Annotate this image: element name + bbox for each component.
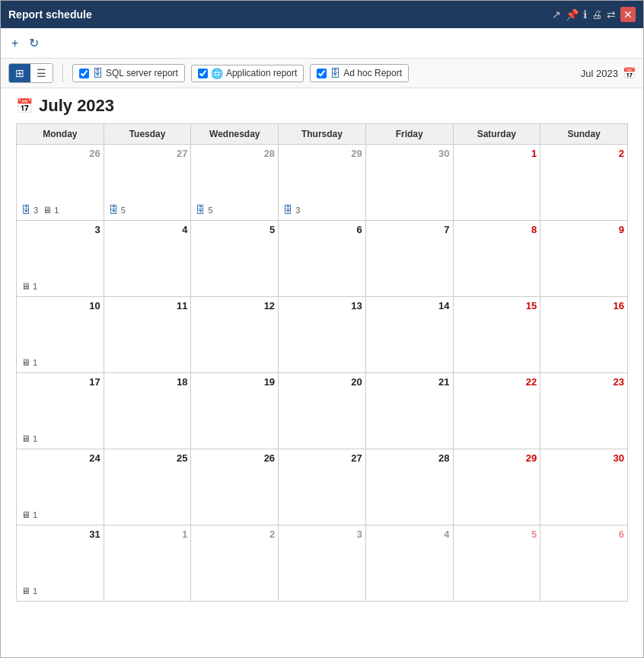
calendar-cell[interactable]: 18 [104,373,191,449]
app-report-icon: 🖥 1 [21,433,37,444]
db-report-icon: 🗄 3 [21,204,38,216]
weekday-header: Thursday [279,124,366,145]
day-number: 6 [544,529,624,540]
settings-icon[interactable]: ⇄ [607,8,616,21]
db-report-icon: 🗄 5 [196,204,212,216]
weekday-header: Tuesday [104,124,191,145]
calendar-cell[interactable]: 6 [540,525,628,602]
calendar-cell[interactable]: 4 [104,221,191,297]
calendar-cell[interactable]: 11 [104,297,191,373]
day-number: 12 [194,300,275,311]
weekday-header: Friday [365,124,453,145]
calendar-cell[interactable]: 12 [191,297,279,373]
day-number: 31 [20,529,100,540]
calendar-cell[interactable]: 27🗄 5 [104,145,191,221]
calendar-nav-icon[interactable]: 📅 [623,67,636,79]
sql-server-checkbox[interactable] [79,69,89,78]
day-number: 20 [282,376,362,388]
day-number: 29 [282,148,362,159]
calendar-cell[interactable]: 1 [104,525,191,602]
day-number: 1 [457,148,537,159]
calendar-cell[interactable]: 24🖥 1 [17,449,104,525]
calendar-cell[interactable]: 5 [191,221,279,297]
day-number: 3 [282,529,362,540]
calendar-cell[interactable]: 9 [540,221,628,297]
calendar-cell[interactable]: 16 [540,297,628,373]
calendar-cell[interactable]: 20 [279,373,366,449]
adhoc-checkbox[interactable] [317,69,327,78]
calendar-cell[interactable]: 31🖥 1 [17,525,104,602]
day-icons: 🖥 1 [21,357,37,368]
sql-server-filter[interactable]: 🗄 SQL server report [72,64,185,82]
pin-icon[interactable]: 📌 [566,8,579,21]
day-number: 7 [369,224,450,235]
calendar-cell[interactable]: 25 [104,449,191,525]
application-checkbox[interactable] [198,69,208,78]
list-view-button[interactable]: ☰ [30,64,53,82]
app-report-icon: 🖥 1 [21,586,37,596]
calendar-cell[interactable]: 30 [365,145,453,221]
calendar-cell[interactable]: 28🗄 5 [191,145,279,221]
calendar-cell[interactable]: 28 [365,449,453,525]
day-number: 27 [282,452,362,464]
calendar-cell[interactable]: 26 [191,449,279,525]
sql-server-label: SQL server report [106,68,178,78]
calendar-cell[interactable]: 2 [191,525,279,602]
calendar-cell[interactable]: 27 [279,449,366,525]
calendar-cell[interactable]: 13 [279,297,366,373]
month-calendar-icon: 📅 [16,97,33,114]
calendar-cell[interactable]: 14 [365,297,453,373]
day-number: 16 [544,300,624,311]
calendar-cell[interactable]: 8 [453,221,540,297]
calendar-cell[interactable]: 3 [279,525,366,602]
view-toggle: ⊞ ☰ [8,63,53,83]
day-number: 5 [457,529,537,540]
day-icons: 🖥 1 [21,509,37,520]
day-number: 15 [457,300,537,311]
calendar-cell[interactable]: 15 [453,297,540,373]
day-number: 30 [544,452,624,464]
calendar-cell[interactable]: 29 [453,449,540,525]
filter-bar: ⊞ ☰ 🗄 SQL server report 🌐 Application re… [1,59,643,88]
app-report-icon: 🖥 1 [21,509,37,520]
calendar-cell[interactable]: 4 [365,525,453,602]
calendar-cell[interactable]: 3🖥 1 [17,221,104,297]
application-filter[interactable]: 🌐 Application report [191,65,304,82]
application-label: Application report [226,68,297,78]
calendar-cell[interactable]: 5 [453,525,540,602]
close-button[interactable]: ✕ [620,7,636,22]
calendar-view-button[interactable]: ⊞ [9,64,30,82]
calendar-area: 📅 July 2023 MondayTuesdayWednesdayThursd… [1,88,643,657]
print-icon[interactable]: 🖨 [591,8,602,21]
calendar-cell[interactable]: 21 [365,373,453,449]
calendar-cell[interactable]: 22 [453,373,540,449]
calendar-cell[interactable]: 2 [540,145,628,221]
export-icon[interactable]: ↗ [552,8,561,21]
db-report-icon: 🗄 5 [109,204,126,216]
calendar-cell[interactable]: 6 [279,221,366,297]
day-number: 24 [20,452,100,464]
calendar-cell[interactable]: 19 [191,373,279,449]
day-number: 6 [282,224,362,235]
calendar-cell[interactable]: 26🗄 3🖥 1 [17,145,104,221]
calendar-cell[interactable]: 1 [453,145,540,221]
report-schedule-window: Report schedule ↗ 📌 ℹ 🖨 ⇄ ✕ + ↻ ⊞ ☰ 🗄 SQ… [0,0,644,658]
day-number: 21 [369,376,450,388]
calendar-cell[interactable]: 23 [540,373,628,449]
toolbar: + ↻ [1,28,643,59]
add-button[interactable]: + [8,35,21,52]
refresh-button[interactable]: ↻ [26,34,42,52]
calendar-cell[interactable]: 10🖥 1 [17,297,104,373]
calendar-cell[interactable]: 30 [540,449,628,525]
day-icons: 🖥 1 [21,433,37,444]
app-report-icon: 🖥 1 [21,281,37,292]
calendar-cell[interactable]: 7 [365,221,453,297]
calendar-week-row: 31🖥 1123456 [17,525,628,602]
info-icon[interactable]: ℹ [583,8,587,21]
calendar-cell[interactable]: 29🗄 3 [279,145,366,221]
day-number: 1 [107,529,188,540]
adhoc-filter[interactable]: 🗄 Ad hoc Report [310,64,409,82]
calendar-cell[interactable]: 17🖥 1 [17,373,104,449]
month-title-row: 📅 July 2023 [16,96,628,116]
day-number: 8 [457,224,537,235]
